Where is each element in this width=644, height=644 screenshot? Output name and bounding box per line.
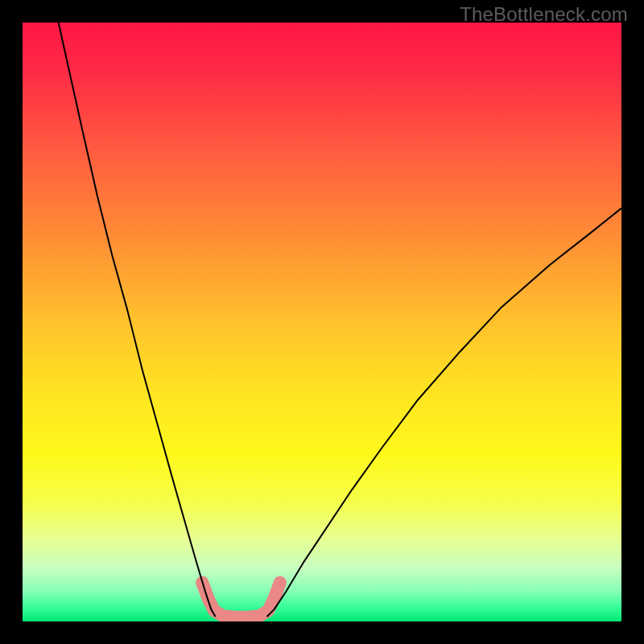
gradient-background xyxy=(23,23,621,621)
chart-frame: TheBottleneck.com xyxy=(0,0,644,644)
plot-area xyxy=(23,23,621,621)
bottleneck-chart xyxy=(23,23,621,621)
